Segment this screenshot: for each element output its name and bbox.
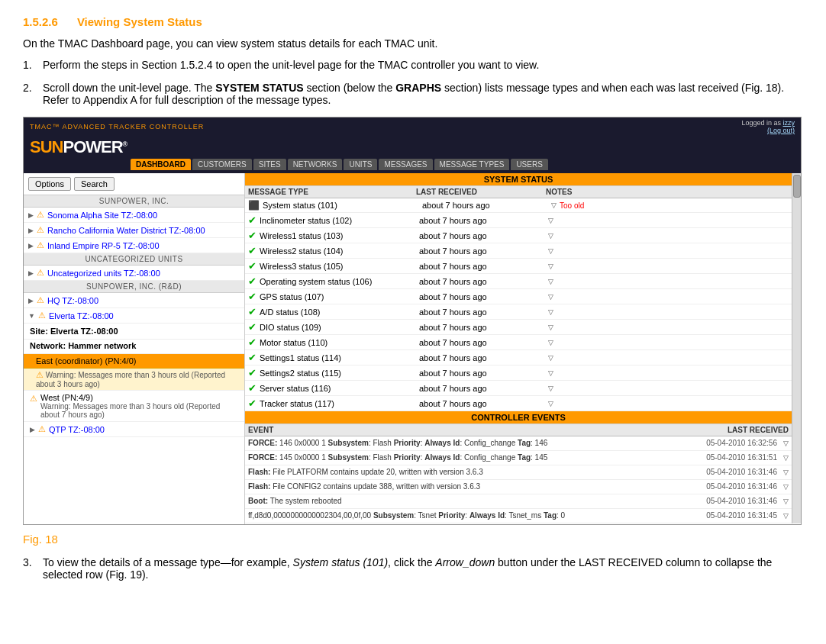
- nav-networks[interactable]: NETWORKS: [288, 159, 343, 170]
- warning-icon: ⚠: [38, 424, 46, 434]
- ok-icon: ✔: [248, 367, 257, 378]
- arrow-down-button[interactable]: ▽: [548, 217, 553, 224]
- ok-icon: ✔: [248, 275, 257, 287]
- step-3-content: To view the details of a message type—fo…: [43, 556, 803, 581]
- nav-users[interactable]: USERS: [511, 159, 547, 170]
- tree-item-inland[interactable]: ▶ ⚠ Inland Empire RP-5 TZ:-08:00: [24, 238, 244, 253]
- event-text: FORCE: 146 0x0000 1 Subsystem: Flash Pri…: [248, 438, 700, 449]
- network-value: Hammer network: [68, 341, 136, 350]
- options-button[interactable]: Options: [28, 177, 71, 191]
- tree-item-sonoma[interactable]: ▶ ⚠ Sonoma Alpha Site TZ:-08:00: [24, 208, 244, 223]
- scrollbar[interactable]: [792, 173, 801, 523]
- left-panel: Options Search SUNPOWER, INC. ▶ ⚠ Sonoma…: [24, 173, 245, 524]
- event-row: FORCE: 146 0x0000 1 Subsystem: Flash Pri…: [245, 436, 792, 451]
- ok-icon: ✔: [248, 230, 257, 241]
- event-arrow-button[interactable]: ▽: [783, 481, 789, 492]
- tree-item-hq[interactable]: ▶ ⚠ HQ TZ:-08:00: [24, 293, 244, 308]
- arrow-down-button[interactable]: ▽: [548, 324, 553, 331]
- event-row: ff,d8d0,0000000000002304,00,0f,00 Subsys…: [245, 509, 792, 523]
- ok-icon: ✔: [248, 306, 257, 317]
- tree-item-label: Sonoma Alpha Site TZ:-08:00: [47, 211, 157, 220]
- search-button[interactable]: Search: [74, 177, 115, 191]
- nav-units[interactable]: UNITS: [344, 159, 377, 170]
- event-row: FORCE: 145 0x0000 1 Subsystem: Flash Pri…: [245, 451, 792, 465]
- arrow-down-button[interactable]: ▽: [551, 201, 557, 209]
- nav-customers[interactable]: CUSTOMERS: [192, 159, 252, 170]
- event-text: FORCE: 145 0x0000 1 Subsystem: Flash Pri…: [248, 452, 700, 463]
- username-link[interactable]: izzy: [783, 119, 795, 127]
- warning-icon: ⚠: [37, 240, 44, 250]
- warning-icon: ⚠: [30, 394, 37, 404]
- status-message-name: Operating system status (106): [260, 277, 416, 286]
- nav-sites[interactable]: SITES: [253, 159, 286, 170]
- arrow-down-button[interactable]: ▽: [548, 293, 553, 301]
- event-row: Boot: The system rebooted05-04-2010 16:3…: [245, 494, 792, 509]
- controller-east-warning: ⚠ Warning: Messages more than 3 hours ol…: [24, 369, 244, 391]
- scrollbar-thumb[interactable]: [793, 175, 801, 198]
- section-title: 1.5.2.6 Viewing System Status: [23, 15, 803, 28]
- nav-messages[interactable]: MESSAGES: [379, 159, 432, 170]
- tree-item-uncategorized[interactable]: ▶ ⚠ Uncategorized units TZ:-08:00: [24, 266, 244, 281]
- col-header-event: EVENT: [248, 426, 674, 434]
- status-row: ✔Wireless1 status (103)about 7 hours ago…: [245, 228, 792, 243]
- arrow-down-button[interactable]: ▽: [548, 339, 553, 346]
- status-row: ✔Operating system status (106)about 7 ho…: [245, 274, 792, 289]
- status-time: about 7 hours ago: [422, 201, 548, 210]
- network-info: Network: Hammer network: [24, 340, 244, 354]
- arrow-down-button[interactable]: ▽: [548, 385, 553, 392]
- event-time: 05-04-2010 16:31:45: [706, 510, 777, 521]
- event-time: 05-04-2010 16:31:46: [706, 496, 777, 507]
- event-rows: FORCE: 146 0x0000 1 Subsystem: Flash Pri…: [245, 436, 792, 523]
- group-header-rd: SUNPOWER, INC. (R&D): [24, 281, 244, 293]
- event-arrow-button[interactable]: ▽: [783, 452, 789, 463]
- arrow-down-button[interactable]: ▽: [548, 369, 553, 377]
- event-arrow-button[interactable]: ▽: [783, 467, 789, 478]
- event-time: 05-04-2010 16:31:46: [706, 467, 777, 478]
- ok-icon: ✔: [248, 245, 257, 256]
- event-arrow-button[interactable]: ▽: [783, 510, 789, 521]
- status-message-name: GPS status (107): [260, 292, 416, 301]
- status-time: about 7 hours ago: [419, 277, 545, 286]
- tree-item-rancho[interactable]: ▶ ⚠ Rancho California Water District TZ:…: [24, 223, 244, 238]
- controller-west[interactable]: ⚠ West (PN:4/9) Warning: Messages more t…: [24, 391, 244, 422]
- status-note: Too old: [560, 201, 789, 210]
- nav-message-types[interactable]: MESSAGE TYPES: [434, 159, 510, 170]
- right-inner: SYSTEM STATUS MESSAGE TYPE LAST RECEIVED…: [245, 173, 801, 523]
- arrow-down-button[interactable]: ▽: [548, 354, 553, 362]
- event-arrow-button[interactable]: ▽: [783, 438, 789, 449]
- step-3: 3. To view the details of a message type…: [23, 556, 803, 581]
- qtp-label: QTP TZ:-08:00: [49, 425, 105, 434]
- tree-item-label: Uncategorized units TZ:-08:00: [47, 269, 160, 278]
- ok-icon: ✔: [248, 382, 257, 394]
- status-row: ✔Wireless3 status (105)about 7 hours ago…: [245, 259, 792, 274]
- status-message-name: Wireless1 status (103): [260, 231, 416, 240]
- step-2-num: 2.: [23, 82, 38, 106]
- event-text: ff,d8d0,0000000000002304,00,0f,00 Subsys…: [248, 510, 700, 521]
- main-content: Options Search SUNPOWER, INC. ▶ ⚠ Sonoma…: [24, 173, 801, 524]
- status-rows: ⬛System status (101)about 7 hours ago▽To…: [245, 198, 792, 411]
- arrow-down-button[interactable]: ▽: [548, 308, 553, 316]
- arrow-down-button[interactable]: ▽: [548, 400, 553, 407]
- warning-icon: ⚠: [37, 210, 44, 220]
- col-header-event-time: LAST RECEIVED: [674, 426, 789, 434]
- controller-qtp[interactable]: ▶ ⚠ QTP TZ:-08:00: [24, 422, 244, 437]
- nav-dashboard[interactable]: DASHBOARD: [131, 159, 191, 170]
- arrow-down-button[interactable]: ▽: [548, 232, 553, 240]
- event-arrow-button[interactable]: ▽: [783, 496, 789, 507]
- status-row: ✔A/D status (108)about 7 hours ago▽: [245, 304, 792, 320]
- logout-link[interactable]: (Log out): [767, 127, 795, 134]
- status-time: about 7 hours ago: [419, 216, 545, 225]
- arrow-down-button[interactable]: ▽: [548, 262, 553, 270]
- arrow-down-button[interactable]: ▽: [548, 247, 553, 255]
- warning-icon: ⚠: [38, 311, 46, 320]
- ok-icon: ✔: [248, 291, 257, 302]
- status-time: about 7 hours ago: [419, 246, 545, 256]
- arrow-down-button[interactable]: ▽: [548, 278, 553, 285]
- controller-east[interactable]: East (coordinator) (PN:4/0): [24, 354, 244, 369]
- status-time: about 7 hours ago: [419, 399, 545, 408]
- step-1: 1. Perform the steps in Section 1.5.2.4 …: [23, 59, 803, 71]
- tree-item-elverta[interactable]: ▼ ⚠ Elverta TZ:-08:00: [24, 308, 244, 324]
- step-1-content: Perform the steps in Section 1.5.2.4 to …: [43, 59, 803, 71]
- warning-icon: ⚠: [37, 225, 44, 235]
- tree-arrow: ▶: [28, 211, 34, 219]
